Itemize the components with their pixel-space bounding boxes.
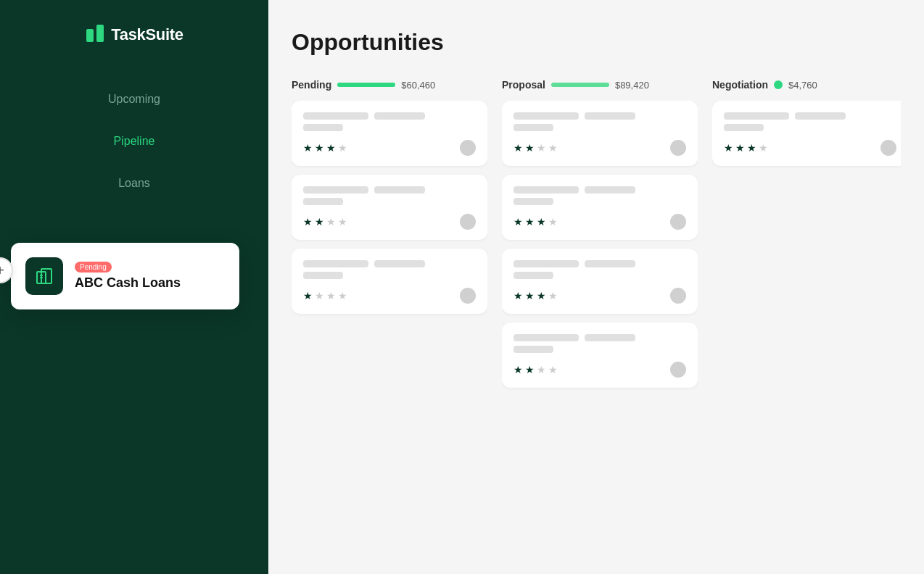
star-empty: ★ xyxy=(338,216,347,228)
kanban-card[interactable]: ★ ★ ★ ★ xyxy=(502,101,698,166)
col-header-negotiation: Negotiation $4,760 xyxy=(712,79,901,91)
star: ★ xyxy=(537,290,546,301)
star: ★ xyxy=(525,290,535,301)
kanban-card[interactable]: ★ ★ ★ ★ xyxy=(292,249,487,314)
sidebar: TaskSuite Upcoming Pipeline Loans Pendin… xyxy=(0,0,268,574)
svg-rect-1 xyxy=(96,25,104,42)
col-amount-pending: $60,460 xyxy=(401,80,435,91)
sidebar-item-loans[interactable]: Loans xyxy=(118,174,150,193)
column-pending: Pending $60,460 ★ ★ ★ ★ xyxy=(292,79,487,543)
card-bottom: ★ ★ ★ ★ xyxy=(303,288,476,304)
col-header-proposal: Proposal $89,420 xyxy=(502,79,698,91)
card-bottom: ★ ★ ★ ★ xyxy=(513,288,686,304)
avatar xyxy=(880,140,896,156)
col-label-negotiation: Negotiation xyxy=(712,79,768,91)
card-bottom: ★ ★ ★ ★ xyxy=(724,140,896,156)
stars: ★ ★ ★ ★ xyxy=(513,142,558,154)
kanban-card[interactable]: ★ ★ ★ ★ xyxy=(502,249,698,314)
star: ★ xyxy=(525,216,535,228)
col-label-pending: Pending xyxy=(292,79,331,91)
kanban-card[interactable]: ★ ★ ★ ★ xyxy=(292,175,487,240)
stars: ★ ★ ★ ★ xyxy=(513,216,558,228)
logo-icon xyxy=(85,23,105,46)
stars: ★ ★ ★ ★ xyxy=(513,364,558,375)
stars: ★ ★ ★ ★ xyxy=(303,142,347,154)
star-empty: ★ xyxy=(537,364,546,375)
star-empty: ★ xyxy=(326,216,336,228)
star: ★ xyxy=(735,142,745,154)
avatar xyxy=(460,214,476,230)
card-bottom: ★ ★ ★ ★ xyxy=(513,214,686,230)
star: ★ xyxy=(315,142,324,154)
star: ★ xyxy=(315,216,324,228)
star: ★ xyxy=(303,216,313,228)
column-negotiation: Negotiation $4,760 ★ ★ ★ ★ xyxy=(712,79,901,543)
star: ★ xyxy=(303,142,313,154)
star-empty: ★ xyxy=(315,290,324,301)
card-info: Pending ABC Cash Loans xyxy=(75,262,181,291)
star: ★ xyxy=(513,290,523,301)
star: ★ xyxy=(513,364,523,375)
avatar xyxy=(460,288,476,304)
star-empty: ★ xyxy=(537,142,546,154)
card-bottom: ★ ★ ★ ★ xyxy=(303,140,476,156)
kanban-card[interactable]: ★ ★ ★ ★ xyxy=(502,175,698,240)
star: ★ xyxy=(326,142,336,154)
column-proposal: Proposal $89,420 ★ ★ ★ ★ xyxy=(502,79,698,543)
kanban-card[interactable]: ★ ★ ★ ★ xyxy=(292,101,487,166)
col-label-proposal: Proposal xyxy=(502,79,545,91)
floating-card[interactable]: Pending ABC Cash Loans xyxy=(11,243,239,309)
col-cards-negotiation: ★ ★ ★ ★ xyxy=(712,101,901,172)
avatar xyxy=(670,214,686,230)
col-bar-pending xyxy=(337,83,395,87)
star: ★ xyxy=(537,216,546,228)
kanban-board: Pending $60,460 ★ ★ ★ ★ xyxy=(292,79,901,543)
card-title: ABC Cash Loans xyxy=(75,275,181,291)
main-content: Opportunities Pending $60,460 ★ ★ xyxy=(268,0,924,574)
avatar xyxy=(460,140,476,156)
page-title: Opportunities xyxy=(292,29,901,56)
star-empty: ★ xyxy=(759,142,768,154)
avatar xyxy=(670,362,686,378)
card-bottom: ★ ★ ★ ★ xyxy=(513,140,686,156)
card-icon-wrap xyxy=(25,257,63,295)
star: ★ xyxy=(525,364,535,375)
col-cards-pending: ★ ★ ★ ★ ★ ★ xyxy=(292,101,487,320)
col-amount-negotiation: $4,760 xyxy=(788,80,817,91)
star-empty: ★ xyxy=(548,216,558,228)
col-cards-proposal: ★ ★ ★ ★ ★ ★ xyxy=(502,101,698,394)
star: ★ xyxy=(724,142,733,154)
star: ★ xyxy=(513,142,523,154)
star-empty: ★ xyxy=(326,290,336,301)
nav-items: Upcoming Pipeline Loans xyxy=(0,90,268,193)
star: ★ xyxy=(747,142,756,154)
star-empty: ★ xyxy=(548,290,558,301)
stars: ★ ★ ★ ★ xyxy=(303,290,347,301)
logo-area: TaskSuite xyxy=(85,23,183,46)
avatar xyxy=(670,140,686,156)
stars: ★ ★ ★ ★ xyxy=(513,290,558,301)
stars: ★ ★ ★ ★ xyxy=(724,142,768,154)
star-empty: ★ xyxy=(338,290,347,301)
card-bottom: ★ ★ ★ ★ xyxy=(513,362,686,378)
card-badge: Pending xyxy=(75,262,112,273)
star: ★ xyxy=(513,216,523,228)
app-name: TaskSuite xyxy=(111,25,183,44)
svg-rect-0 xyxy=(86,29,94,42)
col-dot-negotiation xyxy=(774,80,783,89)
star: ★ xyxy=(303,290,313,301)
sidebar-item-pipeline[interactable]: Pipeline xyxy=(114,132,155,151)
star-empty: ★ xyxy=(338,142,347,154)
star: ★ xyxy=(525,142,535,154)
sidebar-item-upcoming[interactable]: Upcoming xyxy=(108,90,160,109)
kanban-card[interactable]: ★ ★ ★ ★ xyxy=(712,101,901,166)
card-bottom: ★ ★ ★ ★ xyxy=(303,214,476,230)
star-empty: ★ xyxy=(548,142,558,154)
kanban-card[interactable]: ★ ★ ★ ★ xyxy=(502,323,698,388)
avatar xyxy=(670,288,686,304)
col-header-pending: Pending $60,460 xyxy=(292,79,487,91)
col-amount-proposal: $89,420 xyxy=(615,80,649,91)
col-bar-proposal xyxy=(551,83,609,87)
stars: ★ ★ ★ ★ xyxy=(303,216,347,228)
star-empty: ★ xyxy=(548,364,558,375)
